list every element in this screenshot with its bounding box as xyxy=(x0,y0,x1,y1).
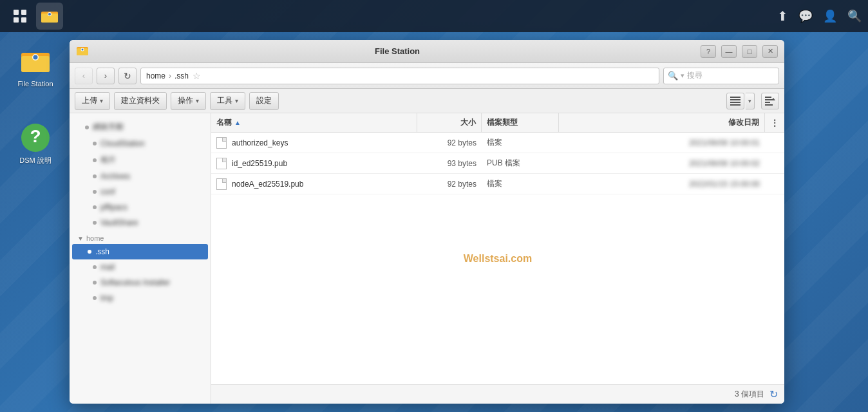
table-row[interactable]: nodeA_ed25519.pub 92 bytes 檔案 2022/01/15… xyxy=(211,174,784,194)
desktop-filestation[interactable]: File Station xyxy=(10,46,61,88)
sidebar-dot xyxy=(93,265,97,269)
file-date: 2022/01/15 15:00:00 xyxy=(689,180,760,189)
window-body: 網路芳鄰 CloudStation 相片 Archives conf pfftp… xyxy=(70,113,784,404)
search-icon[interactable]: 🔍 xyxy=(847,9,862,23)
col-header-type[interactable]: 檔案類型 xyxy=(482,113,559,132)
search-icon: 🔍 xyxy=(668,71,678,80)
address-bar[interactable]: home › .ssh ☆ xyxy=(140,68,659,84)
upload-icon[interactable]: ⬆ xyxy=(777,8,788,24)
sidebar-item-photos[interactable]: 相片 xyxy=(70,151,211,169)
sidebar-item-ssh[interactable]: .ssh xyxy=(72,244,208,259)
expand-icon: ▼ xyxy=(77,235,84,242)
sidebar-dot xyxy=(85,126,89,129)
refresh-status-icon[interactable]: ↻ xyxy=(769,388,778,400)
new-folder-label: 建立資料夾 xyxy=(121,95,160,106)
action-toolbar: 上傳 ▾ 建立資料夾 操作 ▾ 工具 ▾ 設定 ▾ xyxy=(70,89,784,113)
table-row[interactable]: authorized_keys 92 bytes 檔案 2021/06/08 1… xyxy=(211,133,784,153)
sort-view-button[interactable] xyxy=(761,93,779,109)
taskbar-filestation-button[interactable] xyxy=(36,3,63,30)
sidebar-dot xyxy=(93,221,97,225)
file-size: 92 bytes xyxy=(448,138,476,147)
sidebar-item-mail[interactable]: mail xyxy=(70,259,211,275)
upload-caret-icon: ▾ xyxy=(100,97,103,104)
file-type: PUB 檔案 xyxy=(487,158,520,169)
tools-caret-icon: ▾ xyxy=(235,97,238,104)
col-date-label: 修改日期 xyxy=(728,117,759,128)
file-type: 檔案 xyxy=(487,178,502,189)
sidebar-item-tmp[interactable]: tmp xyxy=(70,290,211,306)
sidebar-item-conf[interactable]: conf xyxy=(70,184,211,200)
sidebar-dot xyxy=(88,250,91,254)
back-button[interactable]: ‹ xyxy=(75,68,93,84)
col-type-label: 檔案類型 xyxy=(487,117,518,128)
window-pin-button[interactable]: ? xyxy=(701,45,716,58)
svg-rect-21 xyxy=(730,104,741,106)
file-size: 92 bytes xyxy=(448,180,476,189)
settings-label: 設定 xyxy=(256,95,272,106)
filestation-label: File Station xyxy=(17,80,53,88)
filestation-icon xyxy=(20,46,51,77)
chat-icon[interactable]: 💬 xyxy=(798,9,813,23)
filestation-window: File Station ? — □ ✕ ‹ › ↻ home › .ssh ☆… xyxy=(70,40,784,404)
sidebar-item-cloudstation[interactable]: CloudStation xyxy=(70,136,211,151)
col-header-name[interactable]: 名稱 ▲ xyxy=(211,113,417,132)
svg-rect-24 xyxy=(765,102,770,103)
sidebar-item-label: 網路芳鄰 xyxy=(93,122,124,133)
file-statusbar: 3 個項目 ↻ xyxy=(211,384,784,404)
window-maximize-button[interactable]: □ xyxy=(742,45,757,58)
sidebar-item-label: conf xyxy=(100,187,115,196)
sidebar-item-label: 相片 xyxy=(100,154,116,165)
file-name-cell: nodeA_ed25519.pub xyxy=(211,174,417,194)
view-caret-button[interactable]: ▾ xyxy=(746,93,755,109)
file-more-cell xyxy=(765,153,784,173)
sidebar-item-label: Softaculous Installer xyxy=(100,278,170,287)
settings-button[interactable]: 設定 xyxy=(249,92,279,110)
file-icon xyxy=(216,137,227,149)
taskbar-grid-button[interactable] xyxy=(6,3,33,30)
forward-button[interactable]: › xyxy=(97,68,115,84)
action-caret-icon: ▾ xyxy=(196,97,199,104)
user-icon[interactable]: 👤 xyxy=(823,9,837,23)
file-type: 檔案 xyxy=(487,137,502,148)
file-more-cell xyxy=(765,174,784,194)
window-minimize-button[interactable]: — xyxy=(721,45,737,58)
sidebar-home-header[interactable]: ▼ home xyxy=(70,230,211,244)
sidebar-item-archives[interactable]: Archives xyxy=(70,169,211,184)
new-folder-button[interactable]: 建立資料夾 xyxy=(114,92,167,110)
address-separator: › xyxy=(169,71,171,80)
sidebar-item-label: tmp xyxy=(100,294,113,303)
window-close-button[interactable]: ✕ xyxy=(762,45,778,58)
col-header-more[interactable]: ⋮ xyxy=(765,113,784,132)
window-title: File Station xyxy=(94,46,701,56)
col-header-size[interactable]: 大小 xyxy=(417,113,482,132)
tools-button[interactable]: 工具 ▾ xyxy=(210,92,245,110)
file-icon xyxy=(216,158,227,169)
sidebar-item-network[interactable]: 網路芳鄰 xyxy=(70,118,211,136)
sidebar-item-pfftpacs[interactable]: pfftpacs xyxy=(70,200,211,215)
list-view-button[interactable] xyxy=(726,93,744,109)
svg-point-11 xyxy=(33,55,38,60)
col-header-date[interactable]: 修改日期 xyxy=(559,113,765,132)
action-button[interactable]: 操作 ▾ xyxy=(171,92,206,110)
window-controls: ? — □ ✕ xyxy=(701,45,778,58)
sidebar-item-vaultshare[interactable]: VaultShare xyxy=(70,215,211,230)
taskbar-right: ⬆ 💬 👤 🔍 xyxy=(777,8,862,24)
sidebar-item-softaculous[interactable]: Softaculous Installer xyxy=(70,275,211,290)
search-bar[interactable]: 🔍 ▾ 搜尋 xyxy=(663,68,779,84)
desktop-dsm-help[interactable]: ? DSM 說明 xyxy=(10,122,61,165)
svg-rect-18 xyxy=(730,97,741,98)
file-type-cell: 檔案 xyxy=(482,133,559,153)
svg-rect-3 xyxy=(21,17,26,23)
window-title-icon xyxy=(76,45,89,58)
action-label: 操作 xyxy=(178,95,193,106)
sidebar-dot xyxy=(93,174,97,178)
upload-button[interactable]: 上傳 ▾ xyxy=(75,92,110,110)
file-date-cell: 2021/06/08 10:00:02 xyxy=(559,153,765,173)
refresh-button[interactable]: ↻ xyxy=(118,68,137,84)
table-row[interactable]: id_ed25519.pub 93 bytes PUB 檔案 2021/06/0… xyxy=(211,153,784,174)
sidebar-dot xyxy=(93,190,97,194)
sidebar-item-label: VaultShare xyxy=(100,218,138,227)
file-type-cell: PUB 檔案 xyxy=(482,153,559,173)
sidebar-home-label: home xyxy=(86,234,104,242)
favorite-star-icon[interactable]: ☆ xyxy=(193,71,201,81)
